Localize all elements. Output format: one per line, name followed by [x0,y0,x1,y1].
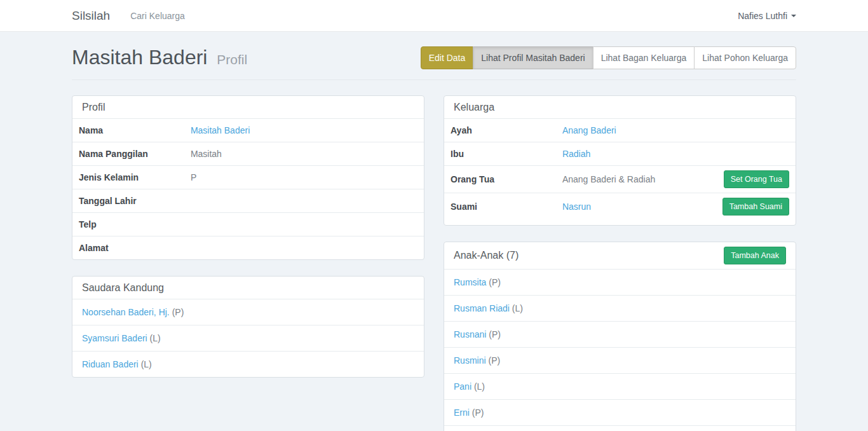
caret-down-icon [791,15,796,17]
person-link[interactable]: Rusnani [454,329,486,339]
gender-label: (L) [512,303,523,313]
child-row: Pani (L) [444,373,796,399]
keluarga-row-ayah: Ayah Anang Baderi [444,118,796,142]
gender-label: (P) [172,307,184,317]
panel-anak-anak: Anak-Anak (7) Tambah Anak Rumsita (P) Ru… [444,242,796,431]
lihat-pohon-keluarga-button[interactable]: Lihat Pohon Keluarga [694,46,796,69]
lihat-profil-button[interactable]: Lihat Profil Masitah Baderi [473,46,593,69]
row-label: Nama [79,125,191,135]
gender-label: (L) [474,381,485,392]
row-label: Alamat [79,243,191,253]
profile-action-group: Edit Data Lihat Profil Masitah Baderi Li… [421,46,796,69]
navbar: Silsilah Cari Keluarga Nafies Luthfi [0,0,868,32]
row-label: Jenis Kelamin [79,172,191,182]
panel-saudara-kandung: Saudara Kandung Noorsehan Baderi, Hj. (P… [72,276,424,378]
row-label: Orang Tua [451,174,562,184]
panel-profil-heading: Profil [72,96,424,118]
keluarga-row-ibu: Ibu Radiah [444,142,796,165]
person-link[interactable]: Radiah [562,149,590,159]
panel-saudara-title: Saudara Kandung [82,282,164,294]
sibling-row: Syamsuri Baderi (L) [72,325,424,351]
profil-row-nama: Nama Masitah Baderi [72,118,424,142]
person-link[interactable]: Masitah Baderi [191,125,250,135]
row-label: Tanggal Lahir [79,196,191,206]
child-row: Erni (P) [444,399,796,425]
brand-link[interactable]: Silsilah [72,9,110,23]
panel-saudara-heading: Saudara Kandung [72,277,424,299]
profil-row-jenis-kelamin: Jenis Kelamin P [72,165,424,189]
gender-label: (P) [488,355,500,366]
profil-row-telp: Telp [72,212,424,236]
gender-label: (L) [150,333,161,343]
child-row: Rusmini (P) [444,347,796,373]
person-link[interactable]: Syamsuri Baderi [82,333,147,343]
keluarga-row-suami: Suami Nasrun Tambah Suami [444,193,796,220]
person-link[interactable]: Pani [454,381,471,392]
person-link[interactable]: Rusman Riadi [454,303,510,313]
user-menu[interactable]: Nafies Luthfi [738,11,796,21]
tambah-anak-button[interactable]: Tambah Anak [724,247,786,264]
person-link[interactable]: Erni [454,407,470,418]
row-label: Suami [451,202,562,212]
right-column: Keluarga Ayah Anang Baderi Ibu Radiah Or… [444,95,796,431]
edit-data-button[interactable]: Edit Data [421,46,474,69]
gender-label: (P) [489,277,501,287]
gender-label: (L) [141,359,152,369]
row-label: Nama Panggilan [79,149,191,159]
row-value: P [191,172,417,182]
keluarga-row-orang-tua: Orang Tua Anang Baderi & Radiah Set Oran… [444,165,796,193]
panel-profil: Profil Nama Masitah Baderi Nama Panggila… [72,95,424,260]
profil-row-tanggal-lahir: Tanggal Lahir [72,189,424,212]
lihat-bagan-keluarga-button[interactable]: Lihat Bagan Keluarga [593,46,695,69]
person-link[interactable]: Nasrun [562,202,591,212]
child-row: Rusman Riadi (L) [444,295,796,321]
set-orang-tua-button[interactable]: Set Orang Tua [724,170,789,188]
sibling-row: Riduan Baderi (L) [72,351,424,377]
panel-keluarga-title: Keluarga [454,102,494,113]
navbar-right: Nafies Luthfi [738,10,796,22]
panel-keluarga: Keluarga Ayah Anang Baderi Ibu Radiah Or… [444,95,796,226]
panel-anak-heading: Anak-Anak (7) Tambah Anak [444,242,796,269]
panel-profil-title: Profil [82,102,105,113]
row-label: Telp [79,219,191,229]
user-name: Nafies Luthfi [738,11,787,21]
gender-label: (P) [489,329,501,339]
left-column: Profil Nama Masitah Baderi Nama Panggila… [72,95,424,431]
person-link[interactable]: Rusmini [454,355,486,366]
page-title: Masitah Baderi Profil [72,46,247,69]
row-value: Masitah [191,149,417,159]
nav-item-cari-keluarga[interactable]: Cari Keluarga [130,11,185,21]
page-subtitle: Profil [217,52,247,67]
person-link[interactable]: Noorsehan Baderi, Hj. [82,307,170,317]
gender-label: (P) [472,407,484,418]
panel-keluarga-heading: Keluarga [444,96,796,118]
child-row: Rusnani (P) [444,321,796,347]
row-label: Ibu [451,149,562,159]
person-link[interactable]: Anang Baderi [562,125,616,135]
page-title-text: Masitah Baderi [72,46,207,69]
person-link[interactable]: Rumsita [454,277,486,287]
row-label: Ayah [451,125,562,135]
profil-row-alamat: Alamat [72,236,424,259]
row-value: Anang Baderi & Radiah [562,174,724,184]
profil-row-nama-panggilan: Nama Panggilan Masitah [72,142,424,165]
child-row: Rumsita (P) [444,269,796,295]
person-link[interactable]: Riduan Baderi [82,359,139,369]
page-header: Masitah Baderi Profil Edit Data Lihat Pr… [72,32,796,80]
tambah-suami-button[interactable]: Tambah Suami [722,198,789,216]
panel-anak-title: Anak-Anak (7) [454,250,519,261]
child-row-cutoff [444,425,796,431]
sibling-row: Noorsehan Baderi, Hj. (P) [72,299,424,325]
